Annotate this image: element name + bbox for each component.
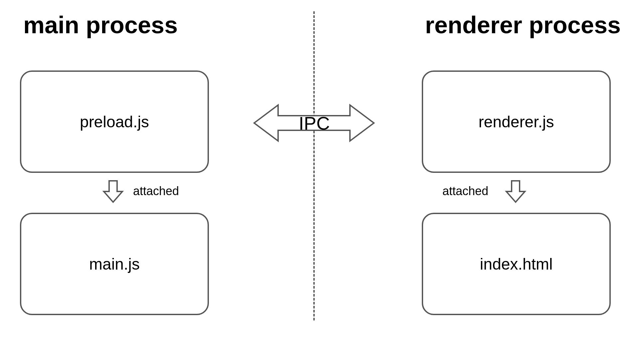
ipc-label: IPC (299, 112, 330, 134)
attached-down-arrow-icon-right (502, 178, 529, 206)
renderer-js-box: renderer.js (422, 70, 611, 173)
preload-js-box: preload.js (20, 70, 209, 173)
main-js-label: main.js (89, 255, 140, 273)
process-divider-line (313, 11, 315, 320)
renderer-process-heading: renderer process (425, 11, 621, 39)
attached-label-right: attached (442, 184, 488, 198)
main-process-heading: main process (23, 11, 178, 39)
index-html-label: index.html (480, 255, 553, 273)
attached-label-left: attached (133, 184, 179, 198)
preload-js-label: preload.js (80, 113, 149, 131)
diagram-canvas: main process renderer process preload.js… (0, 0, 644, 359)
renderer-js-label: renderer.js (479, 113, 554, 131)
main-js-box: main.js (20, 213, 209, 315)
svg-marker-0 (104, 181, 122, 202)
svg-marker-1 (506, 181, 525, 202)
index-html-box: index.html (422, 213, 611, 315)
attached-down-arrow-icon-left (100, 178, 126, 206)
